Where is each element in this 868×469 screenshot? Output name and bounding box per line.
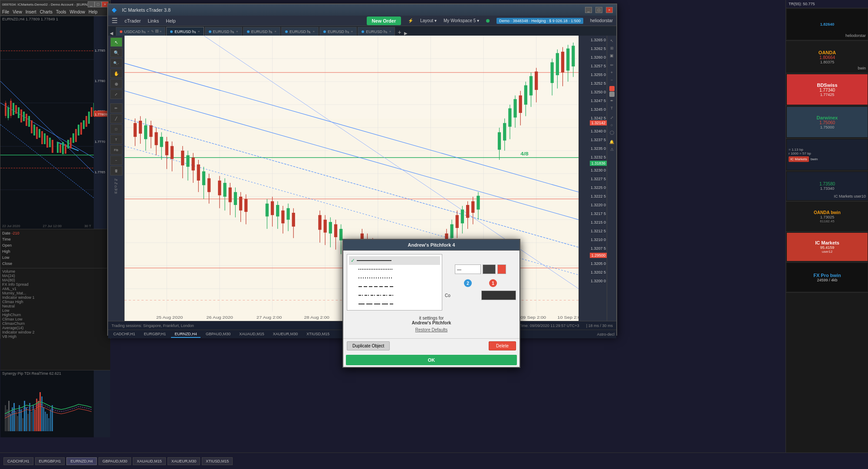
menu-view[interactable]: View: [13, 10, 22, 14]
close-main[interactable]: ×: [606, 7, 613, 13]
tab-eurusd-5[interactable]: EURUSD h₁ ×: [319, 27, 357, 36]
rt-ellipse[interactable]: ◯: [608, 129, 616, 136]
rt-plus[interactable]: +: [608, 69, 616, 76]
tab-prev-btn[interactable]: ◀: [110, 31, 113, 36]
color-swatch-black[interactable]: [481, 291, 516, 300]
zoom-fit-tool[interactable]: ⤢: [110, 89, 122, 99]
tab-close-eurusd2[interactable]: ×: [236, 30, 238, 33]
tab-close-eurusd1[interactable]: ×: [198, 30, 200, 33]
line-options-dropdown[interactable]: ✓: [347, 254, 442, 310]
thickness-selector[interactable]: —: [455, 264, 481, 274]
restore-defaults-button[interactable]: Restore Defaults: [415, 327, 447, 332]
style-dotted[interactable]: [349, 274, 440, 282]
widget7-name: OANDA bwin: [814, 210, 841, 215]
rt-grid[interactable]: ⊞: [608, 45, 616, 52]
draw-tool[interactable]: ✏: [110, 103, 122, 113]
btab-gbpaud[interactable]: GBPAUD,M30: [202, 331, 234, 338]
fib-tool[interactable]: Fib: [110, 145, 122, 155]
style-solid[interactable]: ✓: [349, 256, 440, 265]
style-dash-dot[interactable]: [349, 291, 440, 300]
menu-links[interactable]: Links: [148, 18, 159, 23]
menu-tools[interactable]: Tools: [56, 10, 66, 14]
tab-eurusd-4[interactable]: EURUSD h₁ ×: [281, 27, 319, 36]
rt-chart-type[interactable]: ▣: [608, 52, 616, 59]
rt-text[interactable]: T: [608, 105, 616, 112]
btab-xtiusd[interactable]: XTIUSD,M15: [303, 331, 333, 338]
menu-file[interactable]: File: [2, 10, 9, 14]
ind-low: Low: [2, 254, 108, 261]
hamburger-menu[interactable]: ☰: [112, 17, 118, 25]
menu-help-main[interactable]: Help: [166, 18, 176, 23]
color-swatch-1[interactable]: [483, 264, 496, 274]
rt-minus[interactable]: −: [608, 76, 616, 83]
workspace-btn[interactable]: My Workspace 5 ▾: [444, 18, 479, 23]
duplicate-object-button[interactable]: Duplicate Object: [347, 341, 390, 350]
zoom-in-tool[interactable]: 🔍: [110, 48, 122, 57]
btab-cadchf[interactable]: CADCHF,H1: [110, 331, 139, 338]
tab-eurusd-2[interactable]: EURUSD h₁ ×: [205, 27, 242, 36]
taskbar-item-xauaud[interactable]: XAUAUD,M15: [133, 457, 166, 465]
rt-shapes[interactable]: ○: [608, 122, 616, 129]
rt-bell[interactable]: 🔔: [608, 139, 616, 145]
layout-btn[interactable]: Layout ▾: [420, 18, 437, 23]
taskbar-item-xaueur[interactable]: XAUEUR,M30: [168, 457, 201, 465]
taskbar-item-eurgbp[interactable]: EURGBP,H1: [35, 457, 65, 465]
menu-help[interactable]: Help: [89, 10, 98, 14]
style-long-dash[interactable]: [349, 300, 440, 308]
rt-cursor[interactable]: ↖: [608, 37, 616, 44]
hand-tool[interactable]: ✋: [110, 69, 122, 78]
zoom-out-tool[interactable]: 🔍-: [110, 58, 122, 68]
tab-add-btn[interactable]: +: [398, 29, 401, 36]
btab-eurnzd[interactable]: EURNZD,H4: [171, 331, 201, 338]
btab-xauaud[interactable]: XAUAUD,M15: [236, 331, 268, 338]
taskbar-item-xtiusd[interactable]: XTIUSD,M15: [202, 457, 233, 465]
tab-eurusd-3[interactable]: EURUSD h₁ ×: [243, 27, 280, 36]
line-style-selector[interactable]: ✓: [347, 254, 442, 313]
delete-button[interactable]: Delete: [489, 341, 516, 350]
rt-drawing[interactable]: ✏: [608, 62, 616, 69]
tab-close-eurusd6[interactable]: ×: [389, 30, 391, 33]
minimize-main[interactable]: _: [585, 7, 592, 13]
btab-xaueur[interactable]: XAUEUR,M30: [270, 331, 302, 338]
rt-expand[interactable]: ⤢: [608, 114, 616, 121]
restore-main[interactable]: □: [595, 7, 602, 13]
ok-button[interactable]: OK: [346, 355, 517, 365]
rt-pen[interactable]: ✒: [608, 97, 616, 104]
rt-indicator1[interactable]: [609, 86, 615, 91]
widget3-name: BDSwiss: [817, 83, 837, 88]
rect-tool[interactable]: □: [110, 124, 122, 134]
crosshair-tool[interactable]: ⊕: [110, 79, 122, 89]
tab-close-eurusd5[interactable]: ×: [351, 30, 353, 33]
taskbar-item-eurnzd[interactable]: EURNZD,H4: [66, 457, 97, 465]
btab-eurgbp[interactable]: EURGBP,H1: [141, 331, 170, 338]
menu-charts[interactable]: Charts: [40, 10, 53, 14]
tab-next-btn[interactable]: ▶: [404, 31, 408, 36]
line-tool[interactable]: ╱: [110, 114, 122, 123]
close-swatch[interactable]: [497, 264, 506, 274]
minimize-btn-left[interactable]: _: [88, 1, 95, 7]
new-order-button[interactable]: New Order: [367, 17, 401, 25]
menu-window[interactable]: Window: [69, 10, 85, 14]
menu-insert[interactable]: Insert: [26, 10, 36, 14]
tab-usdcad[interactable]: USDCAD h₁ × ✎ 🖼 ×: [116, 27, 165, 36]
text-tool[interactable]: T: [110, 135, 122, 144]
tab-close-usdcad[interactable]: ×: [148, 30, 150, 33]
indicator-tool[interactable]: ~: [110, 155, 122, 165]
style-dashed[interactable]: [349, 282, 440, 291]
tab-close-eurusd3[interactable]: ×: [274, 30, 276, 33]
cursor-tool[interactable]: ↖: [110, 37, 122, 47]
maximize-btn-left[interactable]: □: [95, 1, 102, 7]
svg-rect-76: [26, 407, 27, 431]
taskbar-item-gbpaud[interactable]: GBPAUD,M30: [99, 457, 131, 465]
tab-eurusd-6[interactable]: EURUSD h₁ ×: [358, 27, 395, 36]
style-fine-dash[interactable]: [349, 265, 440, 274]
menu-ctrader[interactable]: cTrader: [125, 18, 141, 23]
rt-indicator2[interactable]: [609, 92, 615, 97]
delete-tool[interactable]: 🗑: [110, 166, 122, 175]
tab-close-eurusd4[interactable]: ×: [312, 30, 315, 33]
svg-rect-180: [324, 220, 327, 233]
tab-eurusd-1[interactable]: EURUSD h₁ ×: [166, 27, 204, 36]
rt-alert[interactable]: ⚠: [608, 146, 616, 153]
green-price-label: 1.31836: [590, 161, 607, 166]
taskbar-item-cadchf[interactable]: CADCHF,H1: [3, 457, 33, 465]
